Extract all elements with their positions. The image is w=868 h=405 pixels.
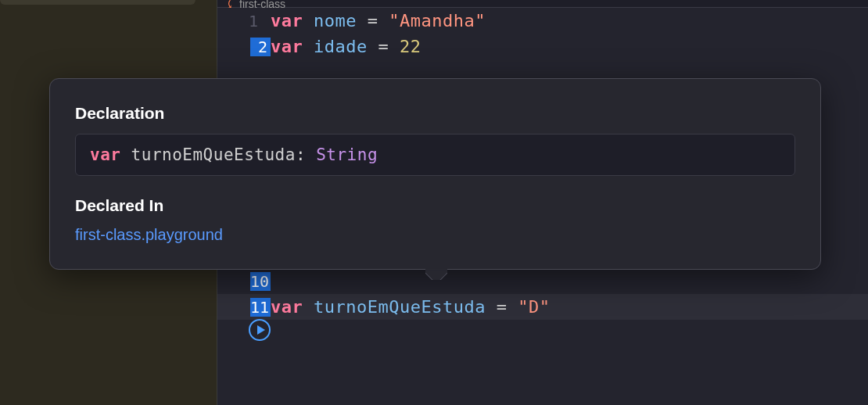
code-content[interactable]: var turnoEmQueEstuda = "D" (271, 297, 550, 317)
type: String (316, 145, 378, 164)
code-content[interactable]: var idade = 22 (271, 37, 421, 56)
keyword: var (271, 37, 303, 56)
identifier: turnoEmQueEstuda (314, 297, 486, 317)
declared-in-link[interactable]: first-class.playground (75, 226, 795, 244)
line-number-wrapper: 11 (217, 298, 271, 317)
play-icon (257, 325, 265, 335)
code-content[interactable]: var nome = "Amandha" (271, 11, 486, 30)
line-number: 11 (250, 298, 271, 317)
string-literal: "D" (518, 297, 550, 317)
sidebar-divider (0, 0, 195, 5)
line-number-wrapper: 10 (217, 272, 271, 291)
breadcrumb-bar[interactable]: ⤹ first-class (217, 0, 868, 8)
line-number: 2 (250, 38, 271, 56)
editor-line[interactable]: 1 var nome = "Amandha" (217, 8, 868, 34)
operator: = (378, 37, 389, 56)
editor-line[interactable]: 2 var idade = 22 (217, 34, 868, 59)
identifier: idade (314, 37, 368, 56)
line-number: 10 (250, 272, 271, 291)
declaration-code-box[interactable]: var turnoEmQueEstuda: String (75, 134, 795, 176)
line-number-wrapper: 2 (217, 38, 271, 56)
keyword: var (90, 145, 120, 164)
declaration-heading: Declaration (75, 104, 795, 123)
operator: = (368, 11, 378, 30)
quick-help-popover: Declaration var turnoEmQueEstuda: String… (49, 78, 821, 270)
declared-in-heading: Declared In (75, 196, 795, 215)
popover-arrow-icon (425, 269, 447, 280)
identifier: turnoEmQueEstuda (131, 145, 296, 164)
keyword: var (271, 297, 303, 317)
string-literal: "Amandha" (389, 11, 486, 30)
operator: = (497, 297, 508, 317)
colon: : (296, 145, 316, 164)
run-button[interactable] (249, 319, 271, 341)
line-number: 1 (217, 12, 271, 30)
editor-line[interactable]: 10 (217, 268, 868, 294)
number-literal: 22 (400, 37, 421, 56)
keyword: var (271, 11, 303, 30)
identifier: nome (314, 11, 357, 30)
declaration-code: var turnoEmQueEstuda: String (90, 145, 780, 164)
editor-line-current[interactable]: 11 var turnoEmQueEstuda = "D" (217, 294, 868, 320)
